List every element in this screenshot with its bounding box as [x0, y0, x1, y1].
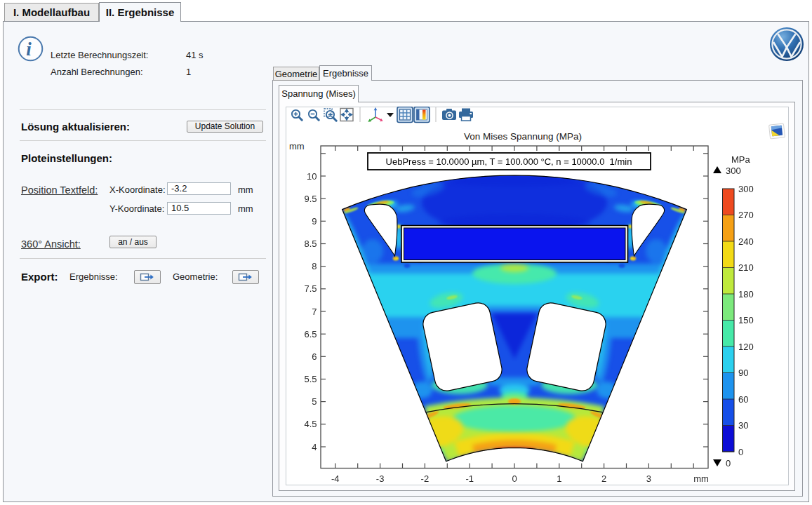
- svg-text:Von Mises Spannung (MPa): Von Mises Spannung (MPa): [464, 131, 582, 142]
- svg-text:180: 180: [738, 289, 754, 299]
- svg-text:8.5: 8.5: [304, 238, 317, 249]
- svg-text:6: 6: [312, 351, 317, 362]
- svg-text:0: 0: [738, 447, 743, 457]
- svg-text:300: 300: [738, 184, 754, 194]
- svg-text:90: 90: [738, 368, 748, 378]
- svg-text:60: 60: [738, 394, 748, 405]
- svg-text:8: 8: [312, 261, 317, 271]
- svg-text:9: 9: [312, 216, 317, 227]
- svg-text:6.5: 6.5: [304, 329, 317, 339]
- svg-text:120: 120: [738, 342, 754, 352]
- svg-text:270: 270: [738, 210, 754, 220]
- svg-text:10: 10: [307, 171, 317, 182]
- svg-text:mm: mm: [693, 473, 709, 484]
- svg-text:UebPress = 10.0000 µm, T = 100: UebPress = 10.0000 µm, T = 100.000 °C, n…: [386, 156, 632, 167]
- svg-text:4.5: 4.5: [304, 419, 317, 429]
- svg-text:-2: -2: [421, 473, 430, 484]
- svg-text:i: i: [26, 39, 32, 60]
- svg-text:7.5: 7.5: [304, 283, 317, 294]
- svg-text:4: 4: [312, 442, 317, 452]
- svg-text:30: 30: [738, 420, 748, 431]
- svg-text:210: 210: [738, 262, 754, 273]
- svg-text:mm: mm: [289, 141, 305, 152]
- svg-text:-3: -3: [376, 473, 385, 484]
- svg-text:5: 5: [312, 396, 317, 407]
- svg-text:7: 7: [312, 307, 317, 317]
- svg-text:3: 3: [646, 473, 651, 484]
- svg-text:9.5: 9.5: [304, 194, 317, 204]
- svg-text:240: 240: [738, 236, 754, 247]
- svg-text:MPa: MPa: [731, 154, 751, 165]
- svg-text:-4: -4: [331, 473, 340, 484]
- svg-text:0: 0: [512, 473, 517, 484]
- svg-text:0: 0: [726, 458, 731, 469]
- svg-text:150: 150: [738, 315, 754, 325]
- svg-text:300: 300: [726, 166, 741, 176]
- svg-text:-1: -1: [465, 473, 474, 484]
- svg-text:5.5: 5.5: [304, 374, 317, 384]
- svg-text:1: 1: [557, 473, 561, 484]
- svg-text:2: 2: [601, 473, 606, 484]
